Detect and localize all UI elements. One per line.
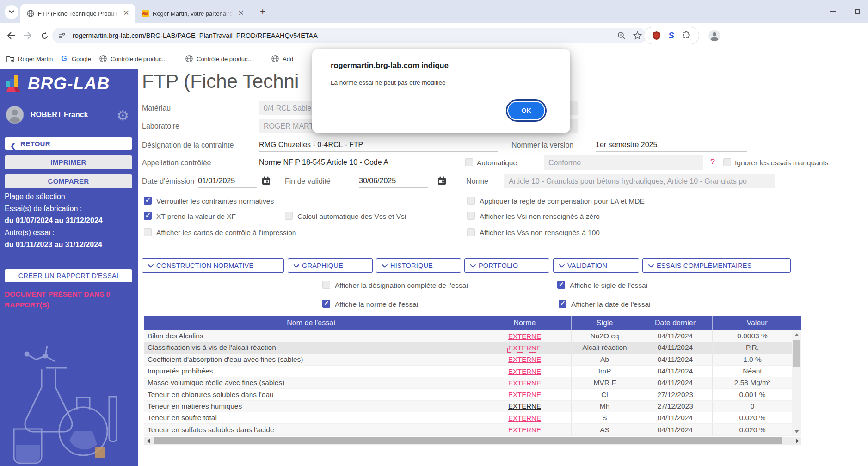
col-valeur[interactable]: Valeur [712, 316, 801, 330]
accordion-button[interactable]: VALIDATION [553, 258, 639, 273]
reload-button[interactable] [38, 29, 51, 42]
norme-link[interactable]: EXTERNE [508, 344, 541, 352]
col-date[interactable]: Date dernier [638, 316, 712, 330]
vsi-checkbox[interactable] [467, 212, 475, 220]
accordion-button[interactable]: PORTFOLIO [464, 258, 549, 273]
date-emission-input[interactable]: 01/01/2025 [198, 175, 257, 188]
calcul-checkbox[interactable] [285, 212, 293, 220]
xt-checkbox[interactable] [144, 212, 152, 220]
designation-complete-checkbox[interactable] [322, 281, 330, 289]
roger-martin-favicon: RM [142, 10, 149, 17]
table-horizontal-scrollbar[interactable] [144, 437, 801, 445]
tab-search-button[interactable] [5, 5, 18, 19]
appellation-input[interactable]: Norme NF P 18-545 Article 10 - Code A [259, 157, 456, 169]
back-button[interactable] [5, 29, 18, 42]
col-norme[interactable]: Norme [478, 316, 571, 330]
retour-button[interactable]: ❮ RETOUR [5, 137, 132, 150]
globe-icon [99, 55, 107, 63]
accordion-button[interactable]: HISTORIQUE [376, 258, 461, 273]
bookmark-item[interactable]: G Google [56, 52, 95, 65]
norme-link[interactable]: EXTERNE [508, 391, 541, 398]
extensions-puzzle-icon[interactable] [682, 31, 690, 40]
bookmark-item[interactable]: Roger Martin [3, 52, 56, 65]
norme-link[interactable]: EXTERNE [508, 414, 541, 422]
date-essai-checkbox[interactable] [559, 300, 566, 308]
fin-validite-input[interactable]: 30/06/2025 [359, 175, 428, 188]
table-row[interactable]: Teneur en sulfates solubles dans l'acide… [144, 424, 801, 435]
automatique-checkbox[interactable] [465, 158, 473, 166]
table-row[interactable]: Classification vis à vis de l'alcali réa… [144, 342, 801, 354]
norme-link[interactable]: EXTERNE [508, 332, 541, 340]
forward-button[interactable] [21, 29, 34, 42]
s-extension-icon[interactable]: S [668, 31, 674, 41]
norme-link[interactable]: EXTERNE [508, 426, 541, 434]
vscroll-thumb[interactable] [793, 340, 800, 367]
bookmark-star-icon[interactable] [633, 31, 642, 40]
norme-essai-checkbox[interactable] [322, 300, 330, 308]
verrouiller-checkbox[interactable] [144, 197, 152, 205]
table-row[interactable]: Teneur en matières humiques EXTERNE Mh 2… [144, 401, 801, 412]
norme-link[interactable]: EXTERNE [508, 379, 541, 387]
minimize-icon[interactable] [830, 11, 836, 12]
gear-icon[interactable]: ⚙ [117, 107, 129, 124]
vss-checkbox[interactable] [467, 228, 475, 236]
ignorer-checkbox[interactable] [723, 158, 731, 166]
scroll-right-icon[interactable] [796, 439, 799, 443]
compensation-checkbox[interactable] [467, 197, 475, 205]
norme-link[interactable]: EXTERNE [508, 402, 541, 410]
cartes-checkbox[interactable] [144, 228, 152, 236]
profile-avatar[interactable] [707, 28, 722, 43]
table-row[interactable]: Coefficient d'absorption d'eau avec fine… [144, 354, 801, 366]
table-row[interactable]: Impuretés prohibées EXTERNE ImP 04/11/20… [144, 366, 801, 377]
table-row[interactable]: Masse volumique réelle avec fines (sable… [144, 377, 801, 389]
omnibox[interactable]: rogermartin.brg-lab.com/BRG-LAB/PAGE_Pla… [52, 28, 646, 43]
new-tab-button[interactable]: + [257, 6, 268, 17]
accordion-button[interactable]: GRAPHIQUE [288, 258, 373, 273]
help-question-mark[interactable]: ? [710, 157, 715, 167]
calendar-icon[interactable] [437, 176, 446, 185]
bookmark-item[interactable]: Add [267, 52, 297, 65]
sidebar: BRG-LAB ROBERT Franck ⚙ ❮ RETOUR IMPRIME… [0, 69, 138, 466]
bookmark-label: Google [72, 56, 91, 62]
ok-button[interactable]: OK [508, 102, 544, 119]
bookmark-item[interactable]: Contrôle de produc... [181, 52, 256, 65]
cell-nom: Coefficient d'absorption d'eau avec fine… [144, 354, 478, 365]
comparer-button[interactable]: COMPARER [5, 174, 132, 188]
bookmark-label: Contrôle de produc... [197, 56, 252, 62]
imprimer-button[interactable]: IMPRIMER [5, 155, 132, 169]
ublock-extension-icon[interactable] [653, 31, 660, 40]
accordion-button[interactable]: CONSTRUCTION NORMATIVE [142, 258, 284, 273]
cork-illustration [95, 447, 105, 458]
browser-tab[interactable]: FTP (Fiche Technique Produit) N ✕ [20, 4, 135, 23]
bookmark-item[interactable]: Contrôle de produc... [95, 52, 170, 65]
cell-date: 04/11/2024 [638, 424, 712, 435]
table-row[interactable]: Teneur en soufre total EXTERNE S 04/11/2… [144, 412, 801, 424]
designation-input[interactable]: RMG Chuzelles - 0-4RCL - FTP [259, 139, 498, 152]
col-sigle[interactable]: Sigle [571, 316, 638, 330]
calendar-icon[interactable] [262, 176, 271, 185]
norme-link[interactable]: EXTERNE [508, 355, 541, 363]
zoom-icon[interactable] [617, 31, 626, 40]
creer-rapport-button[interactable]: CRÉER UN RAPPORT D'ESSAI [5, 269, 132, 282]
maximize-icon[interactable] [855, 9, 860, 14]
browser-tab[interactable]: RM Roger Martin, votre partenaire t ✕ [135, 4, 250, 23]
url-text[interactable]: rogermartin.brg-lab.com/BRG-LAB/PAGE_Pla… [73, 32, 318, 39]
site-info-icon[interactable] [58, 31, 66, 40]
scroll-left-icon[interactable] [147, 439, 150, 443]
hscroll-thumb[interactable] [154, 437, 782, 444]
accordion-button[interactable]: ESSAIS COMPLÉMENTAIRES [642, 258, 791, 273]
xt-label: XT prend la valeur de XF [156, 212, 236, 221]
sigle-checkbox[interactable] [557, 281, 565, 289]
scroll-up-icon[interactable] [794, 333, 799, 336]
scroll-down-icon[interactable] [794, 430, 799, 433]
chevron-down-icon [148, 262, 154, 268]
table-vertical-scrollbar[interactable] [792, 330, 801, 436]
table-row[interactable]: Teneur en chlorures solubles dans l'eau … [144, 389, 801, 400]
version-input[interactable]: 1er semestre 2025 [596, 139, 747, 152]
vss-label: Afficher les Vss non renseignés à 100 [480, 229, 600, 237]
col-nom[interactable]: Nom de l'essai [144, 316, 478, 330]
close-icon[interactable]: ✕ [237, 9, 245, 18]
close-icon[interactable]: ✕ [122, 9, 130, 18]
norme-link[interactable]: EXTERNE [508, 367, 541, 375]
table-row[interactable]: Bilan des Alcalins EXTERNE Na2O eq 04/11… [144, 330, 801, 342]
